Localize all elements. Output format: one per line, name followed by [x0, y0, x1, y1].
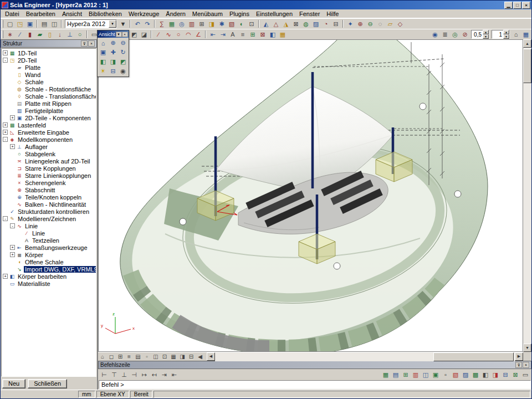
- view-y-icon[interactable]: ◨: [108, 57, 118, 66]
- half-right-icon[interactable]: ◨: [490, 370, 500, 379]
- coordinate-icon[interactable]: ⊞: [248, 30, 258, 39]
- tree-expander-icon[interactable]: [10, 267, 15, 272]
- tree-expander-icon[interactable]: -: [10, 223, 15, 228]
- tree-item[interactable]: + ⇤ Bemaßungswerkzeuge: [2, 244, 96, 251]
- tree-item[interactable]: - ◳ 2D-Teil: [2, 57, 96, 64]
- tree-item[interactable]: - ✎ Modellieren/Zeichnen: [2, 215, 96, 222]
- tree-item[interactable]: ≣ Starre Linienkopplungen: [2, 172, 96, 179]
- menu-item[interactable]: Bearbeiten: [23, 10, 59, 18]
- tree-expander-icon[interactable]: [10, 94, 15, 99]
- menu-item[interactable]: Datei: [2, 10, 23, 18]
- viewport-shade-icon[interactable]: ◫: [151, 353, 160, 361]
- menu-item[interactable]: Einstellungen: [253, 10, 296, 18]
- dimension-linear-icon[interactable]: ⇥: [218, 30, 228, 39]
- tree-item[interactable]: A Textzeilen: [2, 237, 96, 244]
- zoom-percent-icon[interactable]: ⌂: [511, 30, 521, 39]
- tree-expander-icon[interactable]: [10, 151, 15, 156]
- viewport-axes-icon[interactable]: ▫: [142, 353, 151, 361]
- viewport-grid-icon[interactable]: ▤: [134, 353, 142, 361]
- diamond-tool-icon[interactable]: ◇: [395, 19, 405, 28]
- menu-item[interactable]: Hilfe: [323, 10, 342, 18]
- tree-expander-icon[interactable]: [10, 65, 15, 70]
- tree-item[interactable]: ∿ Balken - Nichtlinearität: [2, 201, 96, 208]
- tree-item[interactable]: ▰ Platte: [2, 64, 96, 71]
- cross-section-icon[interactable]: ▧: [227, 19, 237, 28]
- tree-expander-icon[interactable]: [10, 195, 15, 200]
- viewport-wireframe-icon[interactable]: ⊡: [160, 353, 169, 361]
- light-icon[interactable]: ☀: [98, 66, 108, 76]
- tree-item[interactable]: + ▩ Lastenfeld: [2, 121, 96, 129]
- zoom-all-icon[interactable]: ⌂: [98, 38, 108, 48]
- viewport-back-icon[interactable]: ◀: [196, 353, 204, 361]
- horizontal-scroll-thumb[interactable]: [433, 352, 514, 361]
- project-dropdown-icon[interactable]: ▼: [118, 19, 128, 28]
- tree-expander-icon[interactable]: [10, 202, 15, 207]
- tree-expander-icon[interactable]: [3, 281, 8, 286]
- invert-selection-icon[interactable]: ◩: [129, 30, 139, 39]
- pan-icon[interactable]: ✚: [108, 48, 118, 57]
- tree-expander-icon[interactable]: [10, 166, 15, 171]
- scale-spinner[interactable]: 0,5 ▲▼: [471, 30, 489, 39]
- tree-expander-icon[interactable]: -: [3, 216, 8, 221]
- tree-item[interactable]: ▤ Platte mit Rippen: [2, 100, 96, 107]
- selection-by-property-icon[interactable]: ◪: [139, 30, 149, 39]
- calculation-icon[interactable]: ∑: [157, 19, 167, 28]
- tree-item[interactable]: - ∿ Linie: [2, 222, 96, 229]
- zoom-out-icon[interactable]: ⊖: [118, 38, 128, 48]
- vertical-scrollbar[interactable]: ▲ ▼: [523, 39, 531, 352]
- zoom-window-icon[interactable]: ▣: [98, 48, 108, 57]
- tree-item[interactable]: ◍ Schale - Rotationsfläche: [2, 85, 96, 93]
- tree-expander-icon[interactable]: [17, 231, 22, 236]
- tree-expander-icon[interactable]: [10, 259, 15, 264]
- section-view-icon[interactable]: ▧: [451, 370, 461, 379]
- scroll-up-icon[interactable]: ▲: [523, 39, 531, 48]
- scroll-down-icon[interactable]: ▼: [523, 344, 531, 352]
- tree-item[interactable]: ◊ Schale - Translationsfläche: [2, 93, 96, 100]
- menu-item[interactable]: Menübaum: [189, 10, 226, 18]
- menu-item[interactable]: Ansicht: [59, 10, 85, 18]
- spinner-down-icon[interactable]: ▼: [503, 34, 509, 39]
- node-icon[interactable]: ∗: [5, 30, 15, 39]
- snap-endpoint-icon[interactable]: ⊢: [99, 370, 109, 379]
- tree-expander-icon[interactable]: [17, 238, 22, 243]
- viewport-clip-icon[interactable]: ⊟: [187, 353, 196, 361]
- hatch-icon[interactable]: ▨: [311, 19, 321, 28]
- measure-icon[interactable]: ≡: [238, 30, 248, 39]
- horizontal-scrollbar[interactable]: ◀ ▶: [207, 352, 523, 361]
- tree-item[interactable]: - ◈ Modellkomponenten: [2, 136, 96, 143]
- viewport-nav-icon[interactable]: ⌂: [98, 353, 107, 361]
- tree-item[interactable]: + ◼ Körper: [2, 251, 96, 258]
- tree-item[interactable]: + ◺ Erweiterte Eingabe: [2, 129, 96, 136]
- mesh-icon[interactable]: ▦: [167, 19, 177, 28]
- shading-icon[interactable]: ◍: [301, 19, 311, 28]
- tree-expander-icon[interactable]: +: [10, 144, 15, 149]
- open-project-icon[interactable]: ◳: [15, 19, 25, 28]
- draw-angle-icon[interactable]: ∠: [193, 30, 203, 39]
- viewport-zoom-icon[interactable]: ◻: [107, 353, 116, 361]
- tree-item[interactable]: ◖ Offene Schale: [2, 258, 96, 265]
- tree-item[interactable]: ▭ Materialliste: [2, 280, 96, 287]
- horizontal-scroll-track[interactable]: [215, 352, 515, 361]
- ortho-icon[interactable]: ◧: [268, 30, 278, 39]
- load-icon[interactable]: ↓: [55, 30, 65, 39]
- tree-expander-icon[interactable]: [10, 101, 15, 106]
- report-icon[interactable]: ▥: [411, 370, 421, 379]
- document-icon[interactable]: ⊡: [247, 19, 257, 28]
- add-icon[interactable]: ⊕: [355, 19, 365, 28]
- clipping-icon[interactable]: ⊟: [108, 66, 118, 76]
- menu-item[interactable]: Plugins: [226, 10, 253, 18]
- table-input-icon[interactable]: ▦: [381, 370, 391, 379]
- rect-tool-icon[interactable]: ▭: [520, 370, 530, 379]
- snap-intersection-icon[interactable]: ⊥: [119, 370, 129, 379]
- factor-spinner[interactable]: 1 ▲▼: [492, 30, 510, 39]
- draw-arc-icon[interactable]: ◠: [183, 30, 193, 39]
- tree-item[interactable]: ∕ Linie: [2, 229, 96, 237]
- tree-item[interactable]: ⊗ Stabschnitt: [2, 186, 96, 193]
- snap-nearest-icon[interactable]: ⇤: [169, 370, 179, 379]
- tree-item[interactable]: × Scherengelenk: [2, 179, 96, 186]
- layer-filter-icon[interactable]: ≣: [440, 30, 450, 39]
- rotate-view-icon[interactable]: ↻: [118, 48, 128, 57]
- tree-expander-icon[interactable]: [10, 79, 15, 84]
- tree-item[interactable]: ↘ Import DWG, DXF, VRML97: [2, 265, 96, 273]
- camera-icon[interactable]: ◉: [118, 66, 128, 76]
